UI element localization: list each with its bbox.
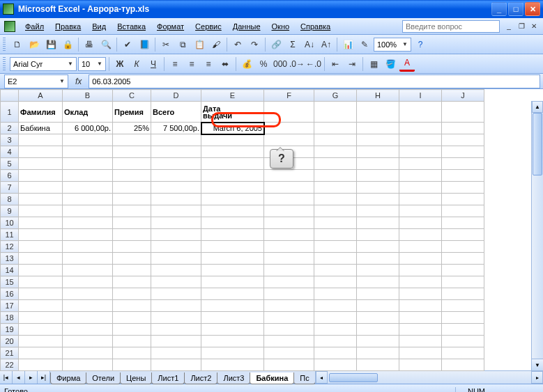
cell[interactable] <box>63 158 113 170</box>
cell[interactable] <box>151 134 201 146</box>
name-box[interactable]: E2▼ <box>4 75 68 88</box>
cell[interactable] <box>151 194 201 205</box>
sheet-tab[interactable]: Лист3 <box>217 373 250 384</box>
cell[interactable] <box>314 300 357 312</box>
cell[interactable] <box>151 170 201 182</box>
cell[interactable] <box>357 194 399 205</box>
cell[interactable] <box>201 336 264 347</box>
cell[interactable] <box>201 300 264 312</box>
cell[interactable] <box>442 241 484 253</box>
cell[interactable]: Всего <box>151 102 201 123</box>
cell[interactable] <box>19 146 63 158</box>
sheet-tab[interactable]: Отели <box>86 373 121 384</box>
cell[interactable] <box>314 312 357 324</box>
cell[interactable] <box>264 205 314 217</box>
cell[interactable] <box>264 336 314 347</box>
cell[interactable]: Оклад <box>63 102 113 123</box>
cell[interactable] <box>63 276 113 288</box>
increase-indent-icon[interactable]: ⇥ <box>344 56 360 72</box>
cell[interactable] <box>357 312 399 324</box>
research-icon[interactable]: 📘 <box>137 37 152 52</box>
cell[interactable] <box>63 288 113 300</box>
row-header[interactable]: 11 <box>1 229 19 241</box>
cell[interactable] <box>399 359 442 371</box>
cell[interactable] <box>63 253 113 265</box>
spellcheck-icon[interactable]: ✔ <box>120 37 135 52</box>
cell[interactable] <box>63 312 113 324</box>
cell[interactable] <box>63 359 113 371</box>
menu-view[interactable]: Вид <box>86 20 112 33</box>
undo-icon[interactable]: ↶ <box>230 37 245 52</box>
cell[interactable] <box>442 158 484 170</box>
cell[interactable] <box>264 123 314 134</box>
cell[interactable] <box>442 265 484 276</box>
cell[interactable] <box>442 359 484 371</box>
cell[interactable] <box>201 241 264 253</box>
cell[interactable] <box>63 229 113 241</box>
doc-minimize-button[interactable]: _ <box>504 22 514 31</box>
row-header[interactable]: 18 <box>1 312 19 324</box>
column-header[interactable]: B <box>63 90 113 102</box>
cell[interactable] <box>314 217 357 229</box>
print-icon[interactable]: 🖶 <box>82 37 97 52</box>
cell[interactable] <box>314 123 357 134</box>
paste-icon[interactable]: 📋 <box>192 37 207 52</box>
cell[interactable] <box>264 241 314 253</box>
cell[interactable] <box>314 134 357 146</box>
cell[interactable] <box>151 205 201 217</box>
row-header[interactable]: 1 <box>1 102 19 123</box>
hscroll-thumb[interactable] <box>329 373 378 382</box>
cell[interactable] <box>201 194 264 205</box>
cell[interactable] <box>357 182 399 194</box>
cell[interactable] <box>151 336 201 347</box>
save-icon[interactable]: 💾 <box>43 37 59 52</box>
cell[interactable] <box>264 134 314 146</box>
close-button[interactable]: ✕ <box>525 2 540 16</box>
row-header[interactable]: 4 <box>1 146 19 158</box>
currency-icon[interactable]: 💰 <box>239 56 254 72</box>
cell[interactable] <box>63 182 113 194</box>
cell[interactable] <box>442 194 484 205</box>
cell[interactable] <box>113 158 151 170</box>
cell[interactable] <box>314 194 357 205</box>
column-header[interactable]: J <box>442 90 484 102</box>
cell[interactable] <box>357 205 399 217</box>
cell[interactable] <box>19 229 63 241</box>
tab-nav-first[interactable]: |◂ <box>0 371 13 384</box>
minimize-button[interactable]: _ <box>491 2 507 16</box>
open-icon[interactable]: 📂 <box>26 37 42 52</box>
cell[interactable] <box>151 324 201 336</box>
menu-window[interactable]: Окно <box>266 20 296 33</box>
cell[interactable] <box>19 217 63 229</box>
cell[interactable] <box>399 336 442 347</box>
format-painter-icon[interactable]: 🖌 <box>208 37 224 52</box>
cell[interactable] <box>201 359 264 371</box>
tab-nav-prev[interactable]: ◂ <box>13 371 25 384</box>
doc-close-button[interactable]: ✕ <box>529 22 539 31</box>
help-search-input[interactable] <box>402 20 500 33</box>
row-header[interactable]: 3 <box>1 134 19 146</box>
cell[interactable] <box>442 253 484 265</box>
cell[interactable]: 7 500,00р. <box>151 123 201 134</box>
cell[interactable] <box>399 265 442 276</box>
cell[interactable] <box>113 194 151 205</box>
cell[interactable] <box>19 288 63 300</box>
cell[interactable] <box>314 359 357 371</box>
borders-icon[interactable]: ▦ <box>366 56 381 72</box>
cell[interactable] <box>399 241 442 253</box>
cell[interactable] <box>357 265 399 276</box>
row-header[interactable]: 17 <box>1 300 19 312</box>
autosum-icon[interactable]: Σ <box>285 37 300 52</box>
row-header[interactable]: 5 <box>1 158 19 170</box>
cell[interactable] <box>151 276 201 288</box>
cell[interactable] <box>113 241 151 253</box>
cell[interactable] <box>151 241 201 253</box>
cell[interactable] <box>314 336 357 347</box>
cell[interactable] <box>19 336 63 347</box>
cell[interactable] <box>151 300 201 312</box>
fx-icon[interactable]: fx <box>75 77 82 86</box>
hyperlink-icon[interactable]: 🔗 <box>268 37 284 52</box>
cell[interactable] <box>264 194 314 205</box>
cell[interactable] <box>113 324 151 336</box>
cell[interactable] <box>442 205 484 217</box>
